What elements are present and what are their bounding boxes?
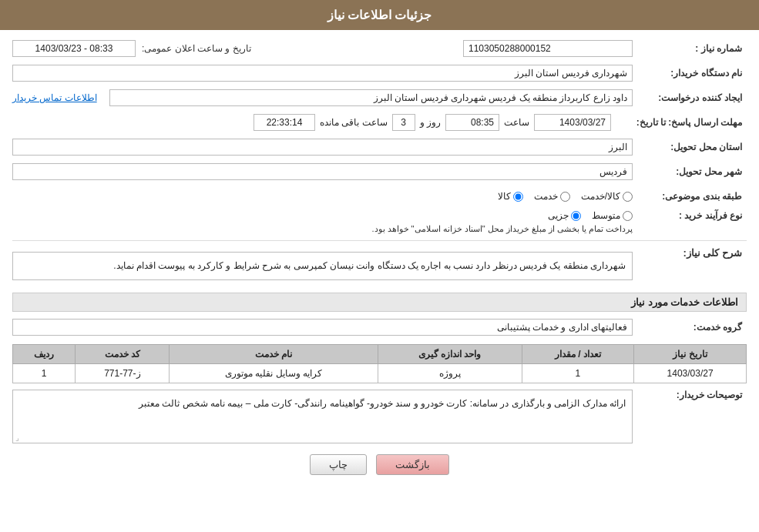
- creator-label: ایجاد کننده درخواست:: [639, 92, 747, 103]
- response-date-label: مهلت ارسال پاسخ: تا تاریخ:: [616, 117, 747, 128]
- date-value: 1403/03/27: [534, 114, 611, 131]
- col-row-num: ردیف: [13, 345, 76, 364]
- need-desc-value: شهرداری منطقه یک فردیس درنظر دارد نسب به…: [12, 252, 633, 280]
- days-label: روز و: [420, 117, 441, 128]
- remaining-value: 22:33:14: [254, 114, 315, 131]
- buyer-desc-value: ارائه مدارک الزامی و بارگذاری در سامانه:…: [12, 390, 633, 443]
- services-section-title: اطلاعات خدمات مورد نیاز: [12, 293, 747, 312]
- cell-service-code: ز-77-771: [76, 364, 170, 383]
- buttons-row: بازگشت چاپ: [12, 454, 747, 475]
- province-label: استان محل تحویل:: [639, 142, 747, 152]
- time-value: 08:35: [445, 114, 499, 131]
- table-row: 1403/03/27 1 پروژه کرایه وسایل نقلیه موت…: [13, 364, 747, 383]
- col-service-code: کد خدمت: [76, 345, 170, 364]
- radio-goods-service-label: کالا/خدمت: [581, 191, 620, 202]
- radio-goods-service[interactable]: [623, 192, 633, 202]
- days-value: 3: [392, 114, 415, 131]
- radio-service[interactable]: [560, 192, 570, 202]
- cell-service-name: کرایه وسایل نقلیه موتوری: [170, 364, 378, 383]
- col-service-name: نام خدمت: [170, 345, 378, 364]
- buyer-desc-label: توصیحات خریدار:: [639, 390, 747, 400]
- city-label: شهر محل تحویل:: [639, 166, 747, 177]
- print-button[interactable]: چاپ: [310, 454, 367, 475]
- cell-date: 1403/03/27: [634, 364, 747, 383]
- cell-unit: پروژه: [378, 364, 522, 383]
- city-value: فردیس: [12, 163, 633, 180]
- radio-goods[interactable]: [513, 192, 523, 202]
- creator-link[interactable]: اطلاعات تماس خریدار: [12, 92, 97, 103]
- radio-medium-label: متوسط: [592, 210, 620, 221]
- creator-value: داود زارع کاربرداز منطقه یک فردیس شهردار…: [109, 89, 633, 106]
- service-group-value: فعالیتهای اداری و خدمات پشتیبانی: [12, 319, 633, 336]
- radio-medium[interactable]: [623, 211, 633, 221]
- col-date: تاریخ نیاز: [634, 345, 747, 364]
- category-label: طبقه بندی موضوعی:: [639, 191, 747, 202]
- buyer-org-value: شهرداری فردیس استان البرز: [12, 65, 633, 82]
- time-label: ساعت: [504, 117, 529, 128]
- purchase-note: پرداخت تمام یا بخشی از مبلغ خریداز محل "…: [12, 224, 633, 234]
- radio-goods-label: کالا: [498, 191, 511, 202]
- province-value: البرز: [12, 139, 633, 156]
- radio-service-label: خدمت: [534, 191, 558, 202]
- back-button[interactable]: بازگشت: [376, 454, 449, 475]
- buyer-org-label: نام دستگاه خریدار:: [639, 68, 747, 79]
- page-title: جزئیات اطلاعات نیاز: [327, 8, 432, 22]
- resize-icon: ⌟: [15, 433, 19, 442]
- col-unit: واحد اندازه گیری: [378, 345, 522, 364]
- need-number-label: شماره نیاز :: [639, 43, 747, 54]
- purchase-type-label: نوع فرآیند خرید :: [639, 210, 747, 221]
- remaining-label: ساعت باقی مانده: [320, 117, 388, 128]
- service-group-label: گروه خدمت:: [639, 322, 747, 333]
- page-header: جزئیات اطلاعات نیاز: [0, 0, 759, 30]
- need-number-value: 1103050288000152: [463, 40, 633, 57]
- col-quantity: تعداد / مقدار: [522, 345, 634, 364]
- services-table: تاریخ نیاز تعداد / مقدار واحد اندازه گیر…: [12, 344, 747, 383]
- radio-partial-label: جزیی: [548, 210, 569, 221]
- announcement-date-label: تاریخ و ساعت اعلان عمومی:: [142, 43, 256, 54]
- cell-quantity: 1: [522, 364, 634, 383]
- need-desc-label: شرح کلی نیاز:: [639, 247, 747, 259]
- cell-row-num: 1: [13, 364, 76, 383]
- announcement-date-value: 1403/03/23 - 08:33: [12, 40, 136, 57]
- radio-partial[interactable]: [571, 211, 581, 221]
